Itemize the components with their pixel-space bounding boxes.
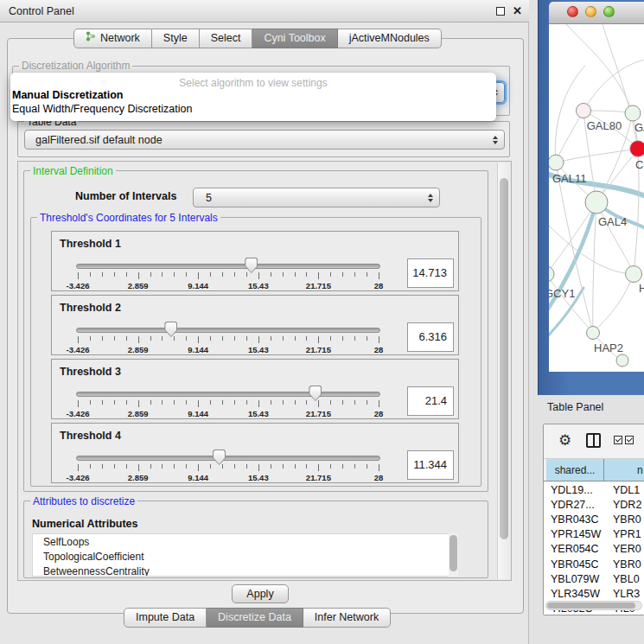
- column-header-shared-name[interactable]: shared...: [544, 459, 604, 481]
- network-node[interactable]: [616, 354, 628, 367]
- table-horizontal-scrollbar[interactable]: [545, 601, 642, 610]
- table-row[interactable]: YER054CYER0: [544, 542, 644, 557]
- slider-handle[interactable]: [213, 450, 226, 465]
- tick-mark: [138, 336, 139, 343]
- threshold-slider[interactable]: -3.4262.8599.14415.4321.71528: [76, 384, 380, 418]
- attributes-scrollbar[interactable]: [449, 533, 458, 577]
- table-data-combobox[interactable]: galFiltered.sif default node: [24, 130, 505, 150]
- tick-mark: [114, 336, 115, 341]
- threshold-slider[interactable]: -3.4262.8599.14415.4321.71528: [76, 256, 380, 290]
- tick-label: 15.43: [248, 281, 269, 290]
- tab-impute-data[interactable]: Impute Data: [124, 608, 207, 628]
- tick-label: -3.426: [67, 281, 90, 290]
- slider-handle[interactable]: [245, 258, 258, 273]
- tick-mark: [78, 272, 79, 279]
- checkbox-icon[interactable]: [625, 436, 634, 444]
- threshold-value-field[interactable]: 14.713: [407, 258, 454, 288]
- tick-mark: [186, 272, 187, 277]
- tab-style[interactable]: Style: [152, 29, 200, 48]
- tick-mark: [318, 272, 319, 279]
- tick-label: 9.144: [188, 473, 208, 482]
- slider-track[interactable]: [76, 392, 380, 397]
- slider-tick-labels: -3.4262.8599.14415.4321.71528: [78, 345, 379, 354]
- attribute-item-topologicalcoefficient[interactable]: TopologicalCoefficient: [33, 549, 456, 564]
- network-node-hap2[interactable]: [587, 327, 600, 340]
- popup-option-manual-discretization[interactable]: Manual Discretization: [12, 89, 124, 101]
- threshold-value-field[interactable]: 6.316: [407, 322, 454, 352]
- settings-vertical-scrollbar[interactable]: [497, 163, 510, 579]
- slider-track[interactable]: [76, 328, 380, 333]
- network-node-h[interactable]: [626, 266, 642, 283]
- tick-label: 9.144: [188, 409, 208, 418]
- tab-infer-network[interactable]: Infer Network: [303, 608, 391, 628]
- network-window-titlebar[interactable]: [549, 2, 644, 24]
- popup-option-equal-width-frequency-discretization[interactable]: Equal Width/Frequency Discretization: [12, 103, 192, 115]
- slider-handle[interactable]: [164, 322, 177, 337]
- threshold-panel-3: Threshold 3-3.4262.8599.14415.4321.71528…: [51, 359, 459, 419]
- close-traffic-light-icon[interactable]: [567, 6, 578, 17]
- network-node-ga[interactable]: [625, 105, 641, 121]
- threshold-value-field[interactable]: 11.344: [407, 450, 454, 480]
- network-canvas[interactable]: GAL80GACGAL11GAL4GCY1HHAP2: [549, 24, 644, 372]
- tab-network[interactable]: Network: [73, 29, 152, 48]
- network-view-window[interactable]: GAL80GACGAL11GAL4GCY1HHAP2: [538, 0, 644, 395]
- split-columns-icon[interactable]: [586, 433, 601, 448]
- network-node-c[interactable]: [630, 141, 644, 157]
- tick-mark: [234, 336, 235, 341]
- tick-mark: [330, 336, 331, 341]
- table-row[interactable]: YDR27...YDR2: [544, 497, 644, 512]
- tick-mark: [90, 272, 91, 277]
- tab-cyni-toolbox[interactable]: Cyni Toolbox: [252, 29, 337, 48]
- column-header-name[interactable]: n: [604, 459, 644, 481]
- close-icon[interactable]: ✕: [513, 4, 522, 17]
- tick-mark: [306, 272, 307, 277]
- table-rows: YDL19...YDL1YDR27...YDR2YBR043CYBR0YPR14…: [544, 482, 644, 615]
- network-node-gcy1[interactable]: [549, 266, 554, 282]
- number-of-intervals-combobox[interactable]: 5: [193, 188, 440, 207]
- network-node-label: C: [635, 158, 643, 171]
- table-row[interactable]: YBR043CYBR0: [544, 512, 644, 526]
- tick-mark: [234, 272, 235, 277]
- scrollbar-thumb[interactable]: [450, 535, 457, 571]
- table-row[interactable]: YBR045CYBR0: [544, 557, 644, 571]
- scrollbar-thumb[interactable]: [547, 603, 635, 609]
- table-row[interactable]: YPR145WYPR1: [544, 527, 644, 542]
- threshold-slider[interactable]: -3.4262.8599.14415.4321.71528: [76, 448, 380, 482]
- slider-track[interactable]: [76, 456, 380, 461]
- apply-button[interactable]: Apply: [232, 584, 289, 603]
- tick-mark: [150, 400, 151, 405]
- tab-discretize-data[interactable]: Discretize Data: [207, 608, 303, 628]
- attribute-item-selfloops[interactable]: SelfLoops: [33, 534, 456, 549]
- numerical-attributes-list[interactable]: SelfLoopsTopologicalCoefficientBetweenne…: [32, 533, 457, 577]
- tick-label: 2.859: [128, 473, 149, 482]
- zoom-traffic-light-icon[interactable]: [603, 6, 615, 17]
- tick-label: 21.715: [306, 281, 331, 290]
- table-row[interactable]: YLR345WYLR3: [544, 586, 644, 601]
- threshold-slider[interactable]: -3.4262.8599.14415.4321.71528: [76, 320, 380, 354]
- gear-icon[interactable]: ⚙: [558, 431, 571, 450]
- network-node-gal11[interactable]: [549, 155, 564, 170]
- network-node-gal4[interactable]: [585, 191, 608, 214]
- numerical-attributes-label: Numerical Attributes: [32, 518, 137, 530]
- float-window-icon[interactable]: [496, 7, 505, 16]
- tab-select[interactable]: Select: [200, 29, 253, 48]
- interval-definition-title: Interval Definition: [30, 165, 116, 177]
- scrollbar-thumb[interactable]: [500, 178, 508, 539]
- cell-shared-name: YBR045C: [544, 558, 604, 571]
- tick-label: 15.43: [248, 409, 269, 418]
- slider-handle[interactable]: [309, 386, 322, 401]
- tick-mark: [295, 464, 296, 469]
- checkbox-icon[interactable]: [614, 436, 622, 444]
- table-row[interactable]: YDL19...YDL1: [544, 482, 644, 497]
- network-node-gal80[interactable]: [577, 104, 591, 118]
- minimize-traffic-light-icon[interactable]: [585, 6, 596, 17]
- tick-mark: [258, 272, 259, 279]
- tick-mark: [138, 464, 139, 471]
- table-row[interactable]: YBL079WYBL0: [544, 571, 644, 586]
- tick-mark: [186, 400, 187, 405]
- tab-jactivemnodules[interactable]: jActiveMNodules: [338, 29, 442, 48]
- slider-track[interactable]: [76, 264, 380, 269]
- attribute-item-betweennesscentrality[interactable]: BetweennessCentrality: [33, 564, 456, 577]
- tick-mark: [198, 272, 199, 279]
- threshold-value-field[interactable]: 21.4: [407, 386, 454, 416]
